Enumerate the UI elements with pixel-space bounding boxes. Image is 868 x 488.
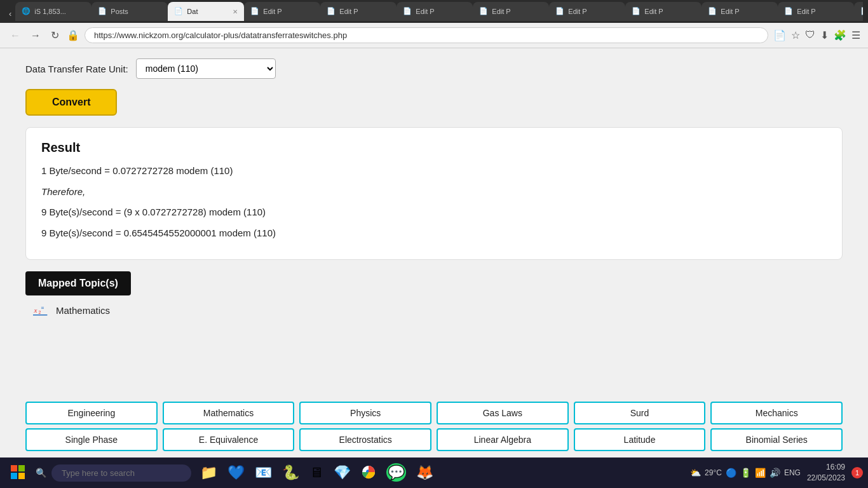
- result-box: Result 1 Byte/second = 0.0727272728 mode…: [25, 127, 843, 260]
- reader-mode-icon[interactable]: 📄: [773, 29, 786, 41]
- browser-tab-1[interactable]: 🌐 iS 1,853...: [15, 2, 92, 21]
- files-icon: 📁: [200, 464, 217, 480]
- nav-back-btn[interactable]: ←: [8, 29, 23, 43]
- search-icon: 🔍: [36, 468, 46, 478]
- taskbar-chrome-btn[interactable]: [358, 462, 379, 484]
- volume-icon[interactable]: 🔊: [770, 468, 780, 478]
- result-line-3: 9 Byte(s)/second = (9 x 0.0727272728) mo…: [41, 205, 827, 220]
- battery-icon: 🔋: [740, 468, 751, 478]
- tag-electrostatics[interactable]: Electrostatics: [299, 428, 431, 451]
- bluetooth-icon[interactable]: 🔵: [726, 468, 736, 478]
- taskbar-search-input[interactable]: [51, 464, 191, 482]
- browser-tab-8[interactable]: 📄 Edit P: [549, 2, 625, 21]
- tags-row-1: Engineering Mathematics Physics Gas Laws…: [25, 402, 843, 424]
- system-icons: ⛅ 29°C 🔵 🔋 📶 🔊 ENG: [690, 468, 801, 478]
- notification-badge[interactable]: 1: [851, 467, 863, 478]
- browser-tab-12[interactable]: 📄 Edit P: [854, 2, 863, 21]
- browser-tab-5[interactable]: 📄 Edit P: [320, 2, 397, 21]
- taskbar-search-btn[interactable]: 🔍: [33, 465, 49, 480]
- menu-icon[interactable]: ☰: [851, 29, 860, 41]
- math-topic-icon: x 2 =: [33, 303, 51, 317]
- tag-gas-laws[interactable]: Gas Laws: [437, 402, 569, 424]
- browser-tab-4[interactable]: 📄 Edit P: [244, 2, 320, 21]
- svg-rect-6: [11, 473, 17, 479]
- tab-label-4: Edit P: [263, 8, 281, 15]
- browser-tab-9[interactable]: 📄 Edit P: [625, 2, 702, 21]
- taskbar-mail-btn[interactable]: 📧: [252, 462, 275, 484]
- tab-icon-2: 📄: [98, 7, 107, 16]
- field-row: Data Transfer Rate Unit: modem (110) Byt…: [25, 58, 843, 79]
- download-icon[interactable]: ⬇: [820, 29, 829, 41]
- firefox-icon: 🦊: [416, 464, 433, 480]
- tag-engineering[interactable]: Engineering: [25, 402, 158, 424]
- tab-icon-active: 📄: [174, 7, 183, 16]
- browser-tab-active[interactable]: 📄 Dat ✕: [168, 2, 244, 21]
- gem-icon: 💎: [334, 464, 351, 480]
- convert-button[interactable]: Convert: [25, 89, 117, 116]
- tab-label-1: iS 1,853...: [34, 8, 66, 15]
- green-app-icon: 🐍: [282, 464, 299, 480]
- chrome-icon: [361, 464, 376, 480]
- tag-single-phase[interactable]: Single Phase: [25, 428, 158, 451]
- tag-linear-algebra[interactable]: Linear Algebra: [437, 428, 569, 451]
- page-content: Data Transfer Rate Unit: modem (110) Byt…: [0, 48, 868, 458]
- taskbar-system-tray: ⛅ 29°C 🔵 🔋 📶 🔊 ENG 16:09 22/05/2023 1: [690, 462, 863, 484]
- taskbar-gem-btn[interactable]: 💎: [331, 462, 353, 484]
- tag-mechanics[interactable]: Mechanics: [710, 402, 843, 424]
- svg-text:2: 2: [38, 310, 41, 315]
- tab-label-active: Dat: [187, 8, 198, 15]
- mapped-topics-section: Mapped Topic(s) x 2 = Mathematics: [25, 271, 843, 317]
- taskbar-remote-btn[interactable]: 🖥: [307, 462, 326, 484]
- main-area: Data Transfer Rate Unit: modem (110) Byt…: [0, 48, 868, 395]
- vscode-icon: 💙: [227, 464, 245, 480]
- security-icon: 🔒: [67, 29, 79, 41]
- browser-tab-11[interactable]: 📄 Edit P: [778, 2, 854, 21]
- browser-tab-7[interactable]: 📄 Edit P: [473, 2, 549, 21]
- tab-label-2: Posts: [111, 8, 128, 15]
- cloud-icon: ⛅: [690, 468, 701, 478]
- tabs-row: ‹ 🌐 iS 1,853... 📄 Posts 📄 Dat ✕ 📄 Edit P…: [5, 2, 863, 21]
- address-bar-icons: 📄 ☆ 🛡 ⬇ 🧩 ☰: [773, 29, 860, 41]
- nav-refresh-btn[interactable]: ↻: [48, 28, 62, 43]
- taskbar-whatsapp-btn[interactable]: 💬: [384, 462, 409, 484]
- wifi-icon: 📶: [755, 468, 766, 478]
- taskbar-clock[interactable]: 16:09 22/05/2023: [807, 462, 845, 484]
- extension-icon[interactable]: 🧩: [834, 29, 846, 41]
- weather-temp: 29°C: [705, 468, 722, 477]
- result-line-4: 9 Byte(s)/second = 0.6545454552000001 mo…: [41, 226, 827, 241]
- tag-physics[interactable]: Physics: [299, 402, 431, 424]
- field-label: Data Transfer Rate Unit:: [25, 64, 128, 74]
- tab-icon-1: 🌐: [22, 7, 31, 16]
- tag-binomial-series[interactable]: Binomial Series: [710, 428, 843, 451]
- taskbar-files-btn[interactable]: 📁: [198, 462, 220, 484]
- bottom-tags: Engineering Mathematics Physics Gas Laws…: [0, 395, 868, 458]
- tag-latitude[interactable]: Latitude: [574, 428, 706, 451]
- tag-e-equivalence[interactable]: E. Equivalence: [163, 428, 295, 451]
- mapped-topics-header: Mapped Topic(s): [25, 271, 131, 295]
- tab-back-btn[interactable]: ‹: [5, 6, 15, 21]
- start-button[interactable]: [5, 462, 31, 484]
- topic-label-mathematics: Mathematics: [56, 305, 110, 316]
- tags-row-2: Single Phase E. Equivalence Electrostati…: [25, 428, 843, 451]
- remote-icon: 🖥: [309, 464, 323, 480]
- nav-forward-btn[interactable]: →: [28, 29, 43, 43]
- tag-mathematics[interactable]: Mathematics: [163, 402, 295, 424]
- taskbar-app-icons: 📁 💙 📧 🐍 🖥 💎 💬: [194, 462, 440, 484]
- result-line-1: 1 Byte/second = 0.0727272728 modem (110): [41, 164, 827, 179]
- svg-rect-4: [11, 465, 17, 471]
- taskbar-vscode-btn[interactable]: 💙: [225, 462, 247, 484]
- result-title: Result: [41, 140, 827, 155]
- language-indicator: ENG: [784, 468, 801, 477]
- taskbar-firefox-btn[interactable]: 🦊: [414, 462, 436, 484]
- taskbar-green-btn[interactable]: 🐍: [280, 462, 302, 484]
- tab-close-active[interactable]: ✕: [233, 8, 238, 15]
- svg-text:=: =: [41, 304, 44, 311]
- tag-surd[interactable]: Surd: [574, 402, 706, 424]
- clock-time: 16:09: [807, 462, 845, 473]
- bookmark-icon[interactable]: ☆: [791, 29, 800, 41]
- browser-tab-6[interactable]: 📄 Edit P: [397, 2, 473, 21]
- browser-tab-2[interactable]: 📄 Posts: [92, 2, 168, 21]
- address-bar-input[interactable]: [85, 27, 768, 43]
- browser-tab-10[interactable]: 📄 Edit P: [702, 2, 778, 21]
- transfer-rate-select[interactable]: modem (110) Byte/second kbps Mbps Gbps: [136, 58, 276, 79]
